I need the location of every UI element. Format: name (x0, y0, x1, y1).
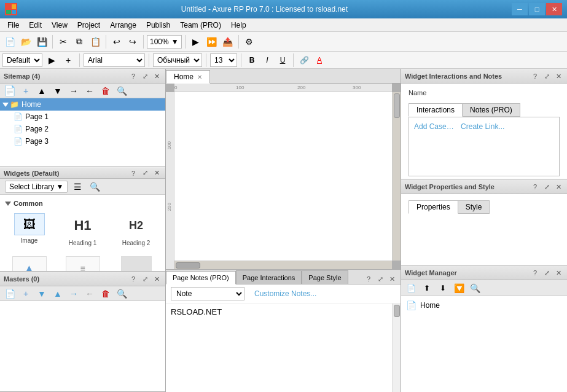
widgets-close-icon[interactable]: ✕ (152, 168, 162, 178)
note-select[interactable]: Note (171, 287, 244, 300)
masters-add2-button[interactable]: + (18, 286, 33, 301)
menu-file[interactable]: File (2, 18, 24, 32)
wi-close-icon[interactable]: ✕ (553, 71, 563, 81)
sitemap-delete-button[interactable]: 🗑 (98, 84, 113, 98)
copy-button[interactable]: ⧉ (72, 34, 87, 49)
bottom-expand-icon[interactable]: ⤢ (375, 274, 385, 284)
hscroll-thumb[interactable] (176, 262, 200, 269)
minimize-button[interactable]: ─ (512, 3, 528, 15)
font-style-select[interactable]: Обычный (153, 53, 202, 67)
wm-help-icon[interactable]: ? (530, 268, 540, 278)
bottom-tab-page-style[interactable]: Page Style (302, 270, 348, 284)
masters-arrow-left-button[interactable]: ← (82, 286, 97, 301)
menu-project[interactable]: Project (72, 18, 105, 32)
masters-help-icon[interactable]: ? (128, 274, 138, 284)
canvas-scrollbar-vertical[interactable] (392, 92, 401, 261)
note-scroll-thumb[interactable] (394, 305, 400, 317)
note-textarea[interactable] (166, 304, 392, 392)
bottom-close-icon[interactable]: ✕ (387, 274, 397, 284)
sitemap-search-button[interactable]: 🔍 (114, 84, 129, 98)
menu-team[interactable]: Team (PRO) (175, 18, 226, 32)
menu-arrange[interactable]: Arrange (105, 18, 141, 32)
undo-button[interactable]: ↩ (109, 34, 124, 49)
style-select[interactable]: Default (2, 53, 42, 67)
font-color-button[interactable]: A (313, 53, 326, 67)
widget-image[interactable]: 🖼 Image (5, 211, 53, 249)
note-scrollbar[interactable] (392, 304, 401, 392)
link-button[interactable]: 🔗 (297, 53, 311, 67)
wi-tab-interactions[interactable]: Interactions (409, 103, 463, 117)
sitemap-move-down-button[interactable]: ▼ (50, 84, 65, 98)
wm-item-home[interactable]: 📄 Home (404, 299, 565, 312)
menu-publish[interactable]: Publish (141, 18, 175, 32)
wm-btn-3[interactable]: ⬇ (436, 281, 450, 296)
wp-help-icon[interactable]: ? (530, 182, 540, 192)
masters-move-down-button[interactable]: ▼ (34, 286, 49, 301)
close-button[interactable]: ✕ (546, 3, 562, 15)
masters-close-icon[interactable]: ✕ (152, 274, 162, 284)
add-case-link[interactable]: Add Case… (414, 122, 454, 131)
font-size-select[interactable]: 13 (210, 53, 237, 67)
underline-button[interactable]: U (276, 53, 289, 67)
widgets-help-icon[interactable]: ? (128, 168, 138, 178)
menu-help[interactable]: Help (226, 18, 251, 32)
canvas-tab-home-close[interactable]: ✕ (197, 74, 202, 80)
paste-button[interactable]: 📋 (88, 34, 103, 49)
create-link-link[interactable]: Create Link... (461, 122, 504, 131)
sitemap-add-folder-button[interactable]: + (18, 84, 33, 98)
sitemap-item-page2[interactable]: 📄 Page 2 (0, 123, 165, 135)
wp-tab-properties[interactable]: Properties (409, 200, 458, 214)
canvas-tab-home[interactable]: Home ✕ (166, 70, 210, 84)
wp-close-icon[interactable]: ✕ (553, 182, 563, 192)
wm-close-icon[interactable]: ✕ (553, 268, 563, 278)
widget-box[interactable] (112, 254, 160, 271)
select-library-button[interactable]: Select Library ▼ (5, 181, 68, 193)
style-add-button[interactable]: + (61, 53, 76, 68)
sitemap-indent-left-button[interactable]: ← (82, 84, 97, 98)
wm-filter-button[interactable]: 🔽 (452, 281, 466, 296)
sitemap-close-icon[interactable]: ✕ (152, 71, 162, 81)
preview-button[interactable]: ⏩ (205, 34, 219, 49)
wi-help-icon[interactable]: ? (530, 71, 540, 81)
publish-button[interactable]: 📤 (221, 34, 235, 49)
bottom-tab-page-interactions[interactable]: Page Interactions (236, 270, 302, 284)
sitemap-help-icon[interactable]: ? (128, 71, 138, 81)
sitemap-move-up-button[interactable]: ▲ (34, 84, 49, 98)
wm-btn-1[interactable]: 📄 (404, 281, 418, 296)
wm-btn-2[interactable]: ⬆ (420, 281, 434, 296)
bottom-help-icon[interactable]: ? (364, 274, 373, 284)
sitemap-item-page1[interactable]: 📄 Page 1 (0, 111, 165, 123)
canvas-scrollbar-horizontal[interactable] (174, 261, 392, 269)
wm-expand-icon[interactable]: ⤢ (542, 268, 552, 278)
menu-edit[interactable]: Edit (24, 18, 47, 32)
zoom-dropdown-icon[interactable]: ▼ (171, 37, 179, 46)
masters-delete-button[interactable]: 🗑 (98, 286, 113, 301)
save-button[interactable]: 💾 (34, 34, 49, 49)
customize-notes-link[interactable]: Customize Notes... (254, 289, 316, 298)
style-arrow-button[interactable]: ▶ (44, 53, 59, 68)
vscroll-thumb[interactable] (394, 93, 400, 118)
wm-search-button[interactable]: 🔍 (467, 281, 482, 296)
more-tools[interactable]: ⚙ (242, 34, 257, 49)
widgets-menu-button[interactable]: ☰ (70, 179, 85, 194)
widget-h1[interactable]: H1 Heading 1 (58, 211, 107, 249)
widget-arrow[interactable]: ▲ (5, 254, 53, 271)
redo-button[interactable]: ↪ (125, 34, 140, 49)
sitemap-add-page-button[interactable]: 📄 (2, 84, 17, 98)
widgets-expand-icon[interactable]: ⤢ (140, 168, 150, 178)
masters-add-button[interactable]: 📄 (2, 286, 17, 301)
open-button[interactable]: 📂 (18, 34, 33, 49)
bottom-tab-page-notes[interactable]: Page Notes (PRO) (166, 271, 236, 284)
widgets-search-button[interactable]: 🔍 (87, 179, 102, 194)
widget-h2[interactable]: H2 Heading 2 (112, 211, 160, 249)
canvas-surface[interactable] (174, 92, 392, 261)
menu-view[interactable]: View (47, 18, 72, 32)
sitemap-item-page3[interactable]: 📄 Page 3 (0, 135, 165, 147)
font-select[interactable]: Arial (84, 53, 145, 67)
sitemap-expand-icon[interactable]: ⤢ (140, 71, 150, 81)
wp-tab-style[interactable]: Style (458, 200, 490, 214)
cut-button[interactable]: ✂ (56, 34, 71, 49)
masters-search-button[interactable]: 🔍 (114, 286, 129, 301)
masters-arrow-right-button[interactable]: → (66, 286, 81, 301)
italic-button[interactable]: I (260, 53, 274, 67)
